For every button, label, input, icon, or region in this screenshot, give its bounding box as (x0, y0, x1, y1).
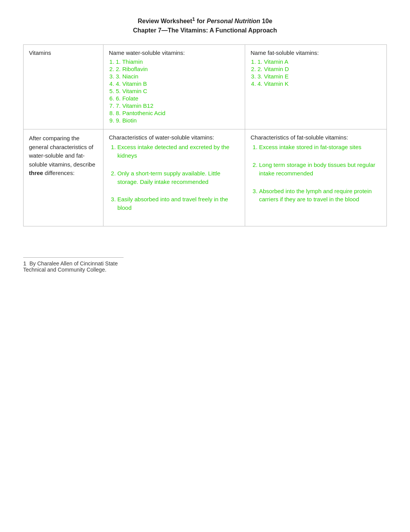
list-item: 6. Folate (116, 95, 239, 102)
main-table: Vitamins Name water-soluble vitamins: 1.… (23, 44, 387, 226)
list-item: 2. Riboflavin (116, 66, 239, 72)
title-line2: Chapter 7—The Vitamins: A Functional App… (133, 27, 277, 34)
title-for: for (195, 18, 207, 24)
list-item: 3. Vitamin E (258, 73, 381, 80)
list-item: 5. Vitamin C (116, 88, 239, 94)
water-soluble-name-cell: Name water-soluble vitamins: 1. Thiamin … (103, 45, 245, 129)
compare-bold: three (29, 170, 43, 176)
fat-soluble-header: Name fat-soluble vitamins: (251, 49, 381, 56)
list-item: Excess intake stored in fat-storage site… (259, 143, 381, 151)
compare-suffix: differences: (43, 170, 75, 176)
table-row-vitamins: Vitamins Name water-soluble vitamins: 1.… (24, 45, 387, 129)
title-edition: 10e (260, 18, 272, 24)
compare-label-cell: After comparing the general characterist… (24, 129, 103, 226)
footnote-number: 1 (23, 260, 26, 267)
water-char-header: Characteristics of water-soluble vitamin… (109, 134, 239, 141)
compare-text: After comparing the general characterist… (29, 135, 95, 176)
fat-char-header: Characteristics of fat-soluble vitamins: (251, 134, 381, 141)
list-item: 7. Vitamin B12 (116, 102, 239, 109)
title-book-name: Personal Nutrition (207, 18, 260, 24)
fat-char-cell: Characteristics of fat-soluble vitamins:… (245, 129, 387, 226)
list-item: Only a short-term supply available. Litt… (117, 169, 239, 186)
water-soluble-header: Name water-soluble vitamins: (109, 49, 239, 56)
title-line1: Review Worksheet (138, 18, 192, 24)
list-item: 8. Pantothenic Acid (116, 110, 239, 116)
footnote-area: 1 By Charalee Allen of Cincinnati State … (23, 257, 124, 273)
compare-prefix: After comparing the general characterist… (29, 135, 95, 168)
list-item: 1. Vitamin A (258, 58, 381, 65)
fat-soluble-list: 1. Vitamin A 2. Vitamin D 3. Vitamin E 4… (251, 58, 381, 87)
list-item: 4. Vitamin K (258, 80, 381, 87)
list-item: Excess intake detected and excreted by t… (117, 143, 239, 160)
page-title: Review Worksheet1 for Personal Nutrition… (23, 15, 387, 35)
vitamins-label: Vitamins (29, 49, 51, 56)
water-char-cell: Characteristics of water-soluble vitamin… (103, 129, 245, 226)
fat-soluble-name-cell: Name fat-soluble vitamins: 1. Vitamin A … (245, 45, 387, 129)
list-item: 9. Biotin (116, 117, 239, 124)
list-item: Easily absorbed into and travel freely i… (117, 195, 239, 212)
list-item: 2. Vitamin D (258, 66, 381, 72)
footnote-text: By Charalee Allen of Cincinnati State Te… (23, 260, 118, 273)
list-item: Absorbed into the lymph and require prot… (259, 187, 381, 204)
water-soluble-list: 1. Thiamin 2. Riboflavin 3. Niacin 4. Vi… (109, 58, 239, 124)
fat-char-list: Excess intake stored in fat-storage site… (251, 143, 381, 204)
list-item: Long term storage in body tissues but re… (259, 161, 381, 178)
vitamins-label-cell: Vitamins (24, 45, 103, 129)
list-item: 4. Vitamin B (116, 80, 239, 87)
list-item: 1. Thiamin (116, 58, 239, 65)
table-row-characteristics: After comparing the general characterist… (24, 129, 387, 226)
water-char-list: Excess intake detected and excreted by t… (109, 143, 239, 212)
list-item: 3. Niacin (116, 73, 239, 80)
